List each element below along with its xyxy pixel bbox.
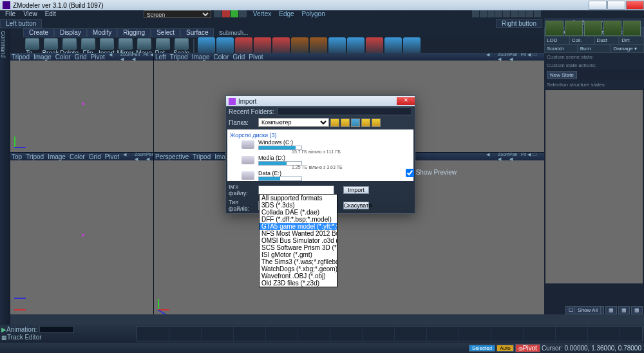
nav-fwd-icon[interactable] <box>351 119 360 127</box>
close-button[interactable] <box>626 1 644 10</box>
animation-input[interactable] <box>39 326 74 333</box>
menu-file[interactable]: File <box>1 10 19 19</box>
folder-select[interactable]: Компьютер <box>258 118 329 127</box>
menu-edit[interactable]: Edit <box>41 10 60 19</box>
filename-label: Ім'я файлу: <box>229 184 258 196</box>
mini-tool-icon[interactable] <box>472 10 479 17</box>
cat-display[interactable]: Display <box>54 28 87 37</box>
view-icon[interactable]: ▦ <box>605 306 617 314</box>
file-list[interactable]: Жорсткі диски (3) Windows (C:)15.7 ГБ ві… <box>227 129 413 181</box>
view-icon[interactable]: ▦ <box>618 306 630 314</box>
info-state: Custom scene state: <box>544 53 644 61</box>
maximize-button[interactable] <box>607 1 625 10</box>
tool-icon[interactable] <box>214 10 222 17</box>
btn-dust[interactable]: Dust <box>594 36 620 44</box>
prim-icon[interactable] <box>584 21 602 36</box>
format-option[interactable]: NFS Most Wanted 2012 Bundle (*.bndl;*.bi… <box>260 230 337 237</box>
filetype-dropdown[interactable]: All supported formats3DS (*.3ds)Collada … <box>259 194 337 287</box>
btn-lod[interactable]: LOD <box>544 36 569 44</box>
scene-browser: Scene nodes browser Hierarchy Structure … <box>544 18 644 314</box>
tool-icon[interactable] <box>222 10 230 17</box>
viewport-front[interactable]: TripodImageColorGridPivot◀Zoom ◀Pan ◀Fit… <box>10 53 153 152</box>
left-sidebar: Command <box>0 28 10 338</box>
format-option[interactable]: Old Z3D files (*.z3d) <box>260 280 337 287</box>
mode-polygon[interactable]: Polygon <box>298 10 329 19</box>
format-option[interactable]: Collada DAE (*.dae) <box>260 209 337 216</box>
left-button-tab[interactable]: Left button <box>0 19 42 28</box>
tool-icon[interactable] <box>239 10 247 17</box>
status-auto[interactable]: Auto <box>497 345 513 352</box>
recent-folders-select[interactable] <box>277 108 412 115</box>
titlebar: ZModeler ver 3.1.0 (Build 1097) <box>0 0 644 10</box>
format-option[interactable]: DFF (*.dff;*.bsp;*.model) <box>260 216 337 223</box>
minimize-button[interactable] <box>589 1 607 10</box>
cat-surface[interactable]: Surface <box>180 28 214 37</box>
dialog-close-button[interactable]: ✕ <box>397 97 415 105</box>
filename-input[interactable] <box>258 186 334 195</box>
btn-scratch[interactable]: Scratch <box>544 44 578 53</box>
drive-section-header: Жорсткі диски (3) <box>230 132 411 138</box>
drive-item[interactable]: Data (E:) <box>242 170 411 181</box>
import-button[interactable]: Import <box>343 186 369 194</box>
status-selected[interactable]: Selected <box>469 345 495 352</box>
format-option[interactable]: GTA5 game model (*.yft;*.ydr;*.ydd) <box>260 223 337 230</box>
mini-tool-icon[interactable] <box>534 10 541 17</box>
format-option[interactable]: OMSI Bus Simulator .o3d (*.o3d) <box>260 237 337 244</box>
cat-create[interactable]: Create <box>23 28 54 37</box>
mini-tool-icon[interactable] <box>526 10 533 17</box>
menu-view[interactable]: View <box>19 10 41 19</box>
format-option[interactable]: All supported formats <box>260 195 337 202</box>
format-option[interactable]: WatchDogs (*.xbg;*.geom) <box>260 265 337 272</box>
mini-tool-icon[interactable] <box>480 10 487 17</box>
right-button-tab[interactable]: Right button <box>496 19 542 28</box>
timeline-track[interactable] <box>137 326 643 341</box>
track-editor-toggle[interactable]: Track Editor <box>7 334 42 341</box>
mode-edge[interactable]: Edge <box>275 10 298 19</box>
mini-tool-icon[interactable] <box>518 10 526 17</box>
cancel-button[interactable]: Скасувати <box>343 202 369 209</box>
format-option[interactable]: The Sims3 (*.was;*.rgfilebd) <box>260 258 337 265</box>
btn-damage[interactable]: Damage ▾ <box>611 44 644 53</box>
mini-tool-icon[interactable] <box>495 10 502 17</box>
format-option[interactable]: 3DS (*.3ds) <box>260 202 337 209</box>
view-icon[interactable]: ▦ <box>631 306 643 314</box>
showall-toggle[interactable]: ☐ Show All <box>565 306 604 314</box>
cat-select[interactable]: Select <box>151 28 180 37</box>
cat-rigging[interactable]: Rigging <box>117 28 151 37</box>
format-option[interactable]: ISI gMotor (*.gmt) <box>260 251 337 258</box>
toolbar-section-label: Submesh... <box>219 30 249 36</box>
show-preview-check[interactable]: Show Preview <box>406 169 457 177</box>
dialog-icon <box>229 98 236 105</box>
drive-item[interactable]: Windows (C:) <box>242 139 411 150</box>
format-option[interactable]: SCS Software Prism 3D (*.pmd) <box>260 244 337 251</box>
mode-vertex[interactable]: Vertex <box>249 10 275 19</box>
prim-icon[interactable] <box>565 21 583 36</box>
recent-folders-label: Recent Folders: <box>229 108 274 115</box>
app-icon <box>3 1 10 9</box>
prim-icon[interactable] <box>603 21 621 36</box>
btn-burn[interactable]: Burn <box>578 44 611 53</box>
mini-tool-icon[interactable] <box>488 10 495 17</box>
nav-up-icon[interactable] <box>341 119 350 127</box>
mini-tool-icon[interactable] <box>511 10 518 17</box>
dialog-titlebar[interactable]: Import ✕ <box>226 96 415 106</box>
btn-coll[interactable]: Coll. <box>569 36 594 44</box>
filetype-label: Тип файлів: <box>229 199 258 212</box>
new-state-button[interactable]: New State <box>547 71 577 79</box>
animation-label: Animation: <box>6 326 37 333</box>
prim-icon[interactable] <box>623 21 641 36</box>
prim-icon[interactable] <box>545 21 564 36</box>
cat-modify[interactable]: Modify <box>87 28 117 37</box>
status-pivot[interactable]: ◎Pivot <box>515 344 540 352</box>
format-option[interactable]: Wavefront .OBJ (*.obj) <box>260 272 337 280</box>
nav-back-icon[interactable] <box>330 119 339 127</box>
drive-item[interactable]: Media (D:) <box>242 155 411 166</box>
transform-space-select[interactable]: Screen <box>144 10 211 18</box>
command-panel-tab[interactable]: Command <box>0 28 6 58</box>
view-mode-icon[interactable] <box>372 119 381 127</box>
mini-tool-icon[interactable] <box>503 10 510 17</box>
btn-dirt[interactable]: Dirt <box>619 36 644 44</box>
viewport-top[interactable]: TopTripodImageColorGridPivot◀Zoom ◀Pan ◀… <box>10 153 153 314</box>
tool-icon[interactable] <box>231 10 238 17</box>
new-folder-icon[interactable] <box>361 119 370 127</box>
